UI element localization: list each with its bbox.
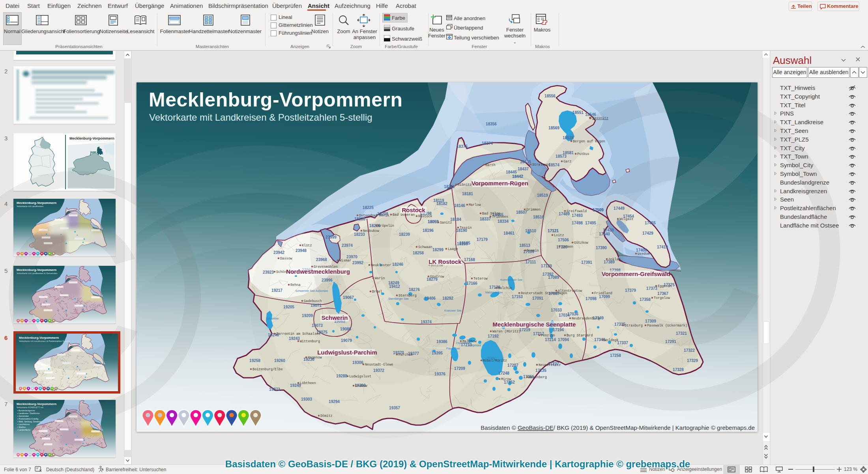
svg-text:17358: 17358 bbox=[640, 297, 651, 302]
svg-text:Rostock: Rostock bbox=[418, 215, 432, 218]
svg-text:Kummerower See: Kummerower See bbox=[500, 278, 522, 281]
svg-text:Klütz: Klütz bbox=[302, 244, 312, 248]
svg-text:17429: 17429 bbox=[642, 231, 653, 235]
svg-text:19205: 19205 bbox=[283, 305, 294, 309]
svg-text:Zarrentin am Schaalsee: Zarrentin am Schaalsee bbox=[276, 332, 320, 336]
svg-text:19243: 19243 bbox=[289, 336, 300, 341]
svg-text:18519: 18519 bbox=[537, 193, 548, 198]
svg-text:Jarmen: Jarmen bbox=[561, 245, 573, 249]
svg-text:Reuterstadt Stavenhagen: Reuterstadt Stavenhagen bbox=[521, 291, 567, 295]
svg-text:17419: 17419 bbox=[657, 245, 668, 249]
svg-text:18246: 18246 bbox=[392, 262, 403, 267]
svg-text:Grabow: Grabow bbox=[355, 384, 368, 388]
svg-text:Plauer See: Plauer See bbox=[446, 347, 460, 350]
svg-text:18513: 18513 bbox=[519, 243, 530, 248]
svg-text:17168: 17168 bbox=[464, 258, 475, 262]
svg-text:17129: 17129 bbox=[541, 264, 552, 268]
svg-text:LK Rostock: LK Rostock bbox=[428, 258, 462, 265]
svg-text:Mirow: Mirow bbox=[501, 377, 511, 381]
svg-text:19067: 19067 bbox=[343, 295, 354, 300]
svg-text:18059: 18059 bbox=[428, 220, 439, 224]
svg-text:19406: 19406 bbox=[425, 296, 436, 300]
svg-text:19217: 19217 bbox=[271, 288, 282, 293]
svg-text:17207: 17207 bbox=[507, 363, 518, 368]
svg-text:Rehna: Rehna bbox=[290, 283, 301, 287]
svg-text:18569: 18569 bbox=[548, 126, 559, 130]
svg-text:Strasburg: Strasburg bbox=[625, 324, 643, 328]
svg-text:Boizenburg/Elbe: Boizenburg/Elbe bbox=[253, 368, 283, 371]
svg-text:18437: 18437 bbox=[518, 167, 529, 171]
svg-text:Ludwigslust: Ludwigslust bbox=[349, 375, 371, 379]
svg-text:Loitz: Loitz bbox=[554, 233, 564, 237]
svg-text:18119: 18119 bbox=[433, 198, 444, 203]
svg-text:17214: 17214 bbox=[545, 338, 556, 342]
svg-text:18146: 18146 bbox=[454, 203, 465, 208]
svg-text:18573: 18573 bbox=[556, 154, 567, 159]
svg-text:Gützkow: Gützkow bbox=[574, 241, 589, 245]
svg-text:17440: 17440 bbox=[599, 232, 610, 236]
svg-text:19209: 19209 bbox=[302, 314, 313, 318]
svg-text:17390: 17390 bbox=[596, 246, 607, 250]
svg-text:Müritz: Müritz bbox=[488, 356, 496, 359]
svg-text:Röbel/Müritz: Röbel/Müritz bbox=[483, 359, 507, 363]
svg-text:Kölpinsee: Kölpinsee bbox=[469, 344, 481, 347]
svg-text:19288: 19288 bbox=[336, 374, 347, 378]
svg-text:Mecklenburgische Seenplatte: Mecklenburgische Seenplatte bbox=[493, 321, 576, 328]
svg-text:19260: 19260 bbox=[274, 358, 285, 363]
svg-text:18181: 18181 bbox=[462, 192, 473, 196]
svg-text:18528: 18528 bbox=[563, 136, 574, 140]
svg-text:Torgelow: Torgelow bbox=[654, 296, 670, 300]
svg-text:Vorpommern-Greifswald: Vorpommern-Greifswald bbox=[602, 271, 670, 277]
svg-text:17509: 17509 bbox=[593, 208, 604, 212]
svg-text:Fleesensee: Fleesensee bbox=[456, 342, 470, 344]
svg-text:18249: 18249 bbox=[388, 281, 399, 285]
svg-text:Dömitz: Dömitz bbox=[320, 414, 333, 418]
svg-text:17495: 17495 bbox=[585, 221, 596, 225]
svg-text:Eggesin: Eggesin bbox=[658, 284, 672, 288]
svg-text:18276: 18276 bbox=[409, 287, 420, 292]
svg-text:18516: 18516 bbox=[533, 215, 544, 219]
svg-text:Schwerin: Schwerin bbox=[322, 314, 348, 321]
svg-text:17091: 17091 bbox=[532, 296, 543, 300]
svg-text:Sternberger See: Sternberger See bbox=[388, 297, 408, 300]
svg-text:17321: 17321 bbox=[676, 331, 687, 336]
svg-text:Sassnitz: Sassnitz bbox=[592, 116, 608, 120]
svg-text:17337: 17337 bbox=[617, 341, 628, 345]
svg-text:Bergen auf Rügen: Bergen auf Rügen bbox=[573, 140, 605, 144]
svg-text:17166: 17166 bbox=[466, 281, 477, 286]
svg-text:Demmin: Demmin bbox=[527, 249, 539, 253]
svg-text:Laage: Laage bbox=[448, 247, 458, 251]
svg-text:18225: 18225 bbox=[363, 205, 374, 210]
svg-text:18445: 18445 bbox=[506, 170, 517, 174]
svg-text:Neukloster: Neukloster bbox=[371, 263, 391, 267]
svg-text:17322: 17322 bbox=[684, 348, 695, 353]
svg-text:Putbus: Putbus bbox=[577, 152, 589, 156]
svg-text:23923: 23923 bbox=[263, 270, 274, 274]
svg-text:18299: 18299 bbox=[432, 248, 443, 252]
svg-text:23942: 23942 bbox=[273, 250, 284, 255]
svg-text:Waren (Müritz): Waren (Müritz) bbox=[492, 330, 520, 334]
svg-text:Brüel: Brüel bbox=[372, 290, 382, 294]
svg-text:19306: 19306 bbox=[352, 360, 363, 365]
svg-text:Stralsund: Stralsund bbox=[532, 163, 550, 167]
svg-text:Usedom: Usedom bbox=[638, 252, 650, 256]
svg-text:17291: 17291 bbox=[665, 340, 676, 344]
svg-text:Kommentare: Kommentare bbox=[827, 3, 858, 9]
svg-text:18239: 18239 bbox=[399, 232, 410, 237]
svg-text:Barth: Barth bbox=[485, 163, 496, 167]
svg-text:19294: 19294 bbox=[329, 399, 340, 404]
svg-text:18510: 18510 bbox=[525, 229, 536, 233]
svg-text:Anklam: Anklam bbox=[608, 258, 621, 261]
svg-text:Grimmen: Grimmen bbox=[526, 208, 541, 212]
svg-text:Schwaan: Schwaan bbox=[418, 245, 432, 249]
svg-text:Güstrow: Güstrow bbox=[430, 275, 445, 279]
svg-text:Wesenberg: Wesenberg bbox=[529, 375, 547, 379]
svg-text:17219: 17219 bbox=[519, 328, 530, 332]
svg-text:Warin: Warin bbox=[375, 276, 385, 280]
svg-text:Malchiner See: Malchiner See bbox=[485, 291, 503, 294]
svg-text:17498: 17498 bbox=[572, 221, 583, 225]
svg-text:19273: 19273 bbox=[269, 387, 280, 392]
svg-text:Neustrelitz: Neustrelitz bbox=[539, 363, 561, 367]
svg-text:19374: 19374 bbox=[421, 320, 432, 324]
svg-text:18258: 18258 bbox=[413, 251, 424, 255]
